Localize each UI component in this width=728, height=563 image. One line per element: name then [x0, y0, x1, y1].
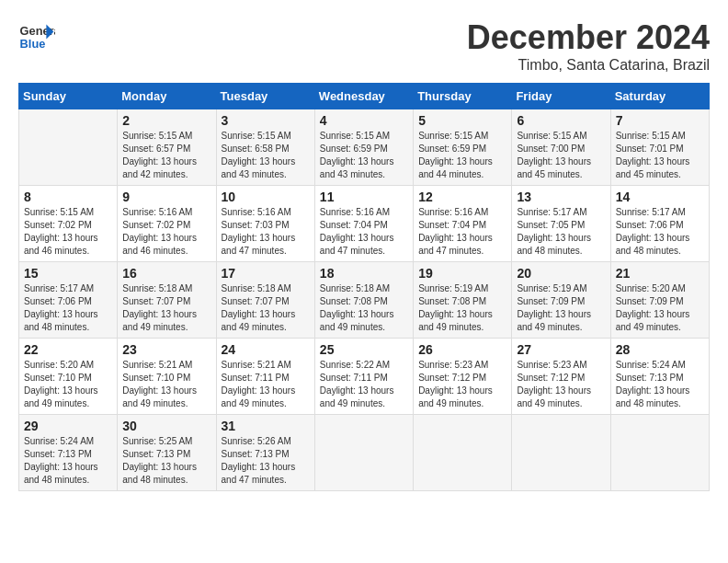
- subtitle: Timbo, Santa Catarina, Brazil: [467, 57, 710, 74]
- day-number: 13: [517, 190, 605, 204]
- calendar-cell: [314, 415, 413, 491]
- day-number: 20: [517, 266, 605, 281]
- day-number: 9: [122, 190, 210, 204]
- day-number: 12: [418, 190, 506, 204]
- calendar-cell: 14Sunrise: 5:17 AMSunset: 7:06 PMDayligh…: [610, 186, 709, 262]
- calendar-cell: 26Sunrise: 5:23 AMSunset: 7:12 PMDayligh…: [414, 339, 512, 415]
- day-info: Sunrise: 5:23 AMSunset: 7:12 PMDaylight:…: [517, 359, 605, 410]
- day-info: Sunrise: 5:21 AMSunset: 7:10 PMDaylight:…: [122, 359, 210, 410]
- calendar-header-row: SundayMondayTuesdayWednesdayThursdayFrid…: [19, 84, 710, 109]
- day-number: 3: [222, 113, 310, 128]
- calendar-cell: 31Sunrise: 5:26 AMSunset: 7:13 PMDayligh…: [216, 415, 314, 491]
- day-number: 22: [24, 342, 112, 357]
- day-info: Sunrise: 5:21 AMSunset: 7:11 PMDaylight:…: [222, 359, 310, 410]
- day-info: Sunrise: 5:17 AMSunset: 7:06 PMDaylight:…: [24, 282, 112, 334]
- day-info: Sunrise: 5:20 AMSunset: 7:09 PMDaylight:…: [616, 282, 704, 334]
- logo-icon: General Blue: [18, 18, 55, 55]
- day-info: Sunrise: 5:15 AMSunset: 6:58 PMDaylight:…: [222, 130, 310, 181]
- calendar-cell: 11Sunrise: 5:16 AMSunset: 7:04 PMDayligh…: [314, 186, 413, 262]
- calendar-week-row: 15Sunrise: 5:17 AMSunset: 7:06 PMDayligh…: [19, 262, 710, 339]
- day-info: Sunrise: 5:15 AMSunset: 6:59 PMDaylight:…: [320, 130, 408, 181]
- calendar-cell: 12Sunrise: 5:16 AMSunset: 7:04 PMDayligh…: [414, 186, 512, 262]
- day-info: Sunrise: 5:24 AMSunset: 7:13 PMDaylight:…: [24, 435, 112, 487]
- calendar-cell: 8Sunrise: 5:15 AMSunset: 7:02 PMDaylight…: [19, 186, 118, 262]
- calendar-cell: 4Sunrise: 5:15 AMSunset: 6:59 PMDaylight…: [314, 109, 413, 186]
- calendar-cell: [19, 109, 118, 186]
- calendar-cell: 17Sunrise: 5:18 AMSunset: 7:07 PMDayligh…: [216, 262, 314, 339]
- calendar-cell: 23Sunrise: 5:21 AMSunset: 7:10 PMDayligh…: [118, 339, 216, 415]
- calendar-cell: 13Sunrise: 5:17 AMSunset: 7:05 PMDayligh…: [512, 186, 610, 262]
- day-info: Sunrise: 5:18 AMSunset: 7:07 PMDaylight:…: [122, 282, 210, 334]
- calendar-cell: 20Sunrise: 5:19 AMSunset: 7:09 PMDayligh…: [512, 262, 610, 339]
- day-info: Sunrise: 5:16 AMSunset: 7:02 PMDaylight:…: [122, 206, 210, 258]
- day-number: 15: [24, 266, 112, 281]
- day-number: 25: [320, 342, 408, 357]
- day-info: Sunrise: 5:18 AMSunset: 7:08 PMDaylight:…: [320, 282, 408, 334]
- calendar-cell: 3Sunrise: 5:15 AMSunset: 6:58 PMDaylight…: [216, 109, 314, 186]
- day-number: 5: [418, 113, 506, 128]
- logo: General Blue: [18, 18, 55, 55]
- day-number: 27: [517, 342, 605, 357]
- day-info: Sunrise: 5:15 AMSunset: 6:57 PMDaylight:…: [122, 130, 210, 181]
- day-number: 29: [24, 419, 112, 433]
- day-number: 11: [320, 190, 408, 204]
- calendar-cell: 16Sunrise: 5:18 AMSunset: 7:07 PMDayligh…: [118, 262, 216, 339]
- day-info: Sunrise: 5:17 AMSunset: 7:05 PMDaylight:…: [517, 206, 605, 258]
- calendar-cell: 21Sunrise: 5:20 AMSunset: 7:09 PMDayligh…: [610, 262, 709, 339]
- day-number: 7: [616, 113, 704, 128]
- day-number: 4: [320, 113, 408, 128]
- header-sunday: Sunday: [19, 84, 118, 109]
- header-monday: Monday: [118, 84, 216, 109]
- calendar-cell: 5Sunrise: 5:15 AMSunset: 6:59 PMDaylight…: [414, 109, 512, 186]
- day-number: 17: [222, 266, 310, 281]
- day-info: Sunrise: 5:15 AMSunset: 7:01 PMDaylight:…: [616, 130, 704, 181]
- day-number: 10: [222, 190, 310, 204]
- calendar-week-row: 22Sunrise: 5:20 AMSunset: 7:10 PMDayligh…: [19, 339, 710, 415]
- day-number: 2: [122, 113, 210, 128]
- calendar-cell: 10Sunrise: 5:16 AMSunset: 7:03 PMDayligh…: [216, 186, 314, 262]
- calendar-cell: 24Sunrise: 5:21 AMSunset: 7:11 PMDayligh…: [216, 339, 314, 415]
- day-info: Sunrise: 5:17 AMSunset: 7:06 PMDaylight:…: [616, 206, 704, 258]
- day-info: Sunrise: 5:20 AMSunset: 7:10 PMDaylight:…: [24, 359, 112, 410]
- day-number: 8: [24, 190, 112, 204]
- calendar-week-row: 29Sunrise: 5:24 AMSunset: 7:13 PMDayligh…: [19, 415, 710, 491]
- header-wednesday: Wednesday: [314, 84, 413, 109]
- day-info: Sunrise: 5:19 AMSunset: 7:08 PMDaylight:…: [418, 282, 506, 334]
- day-number: 26: [418, 342, 506, 357]
- calendar-week-row: 8Sunrise: 5:15 AMSunset: 7:02 PMDaylight…: [19, 186, 710, 262]
- calendar-cell: [512, 415, 610, 491]
- calendar-cell: [610, 415, 709, 491]
- calendar-cell: 18Sunrise: 5:18 AMSunset: 7:08 PMDayligh…: [314, 262, 413, 339]
- day-info: Sunrise: 5:16 AMSunset: 7:03 PMDaylight:…: [222, 206, 310, 258]
- calendar-cell: 28Sunrise: 5:24 AMSunset: 7:13 PMDayligh…: [610, 339, 709, 415]
- day-info: Sunrise: 5:15 AMSunset: 7:02 PMDaylight:…: [24, 206, 112, 258]
- day-info: Sunrise: 5:22 AMSunset: 7:11 PMDaylight:…: [320, 359, 408, 410]
- day-number: 23: [122, 342, 210, 357]
- day-number: 24: [222, 342, 310, 357]
- calendar-cell: 9Sunrise: 5:16 AMSunset: 7:02 PMDaylight…: [118, 186, 216, 262]
- day-number: 6: [517, 113, 605, 128]
- calendar-cell: 2Sunrise: 5:15 AMSunset: 6:57 PMDaylight…: [118, 109, 216, 186]
- day-number: 19: [418, 266, 506, 281]
- day-number: 30: [122, 419, 210, 433]
- calendar-week-row: 2Sunrise: 5:15 AMSunset: 6:57 PMDaylight…: [19, 109, 710, 186]
- day-number: 18: [320, 266, 408, 281]
- calendar-cell: 29Sunrise: 5:24 AMSunset: 7:13 PMDayligh…: [19, 415, 118, 491]
- calendar-cell: 6Sunrise: 5:15 AMSunset: 7:00 PMDaylight…: [512, 109, 610, 186]
- day-info: Sunrise: 5:26 AMSunset: 7:13 PMDaylight:…: [222, 435, 310, 487]
- day-info: Sunrise: 5:15 AMSunset: 7:00 PMDaylight:…: [517, 130, 605, 181]
- calendar-cell: 22Sunrise: 5:20 AMSunset: 7:10 PMDayligh…: [19, 339, 118, 415]
- day-info: Sunrise: 5:25 AMSunset: 7:13 PMDaylight:…: [122, 435, 210, 487]
- header-tuesday: Tuesday: [216, 84, 314, 109]
- header-saturday: Saturday: [610, 84, 709, 109]
- day-info: Sunrise: 5:16 AMSunset: 7:04 PMDaylight:…: [418, 206, 506, 258]
- day-number: 16: [122, 266, 210, 281]
- day-number: 28: [616, 342, 704, 357]
- day-number: 21: [616, 266, 704, 281]
- day-info: Sunrise: 5:18 AMSunset: 7:07 PMDaylight:…: [222, 282, 310, 334]
- calendar-cell: [414, 415, 512, 491]
- day-info: Sunrise: 5:15 AMSunset: 6:59 PMDaylight:…: [418, 130, 506, 181]
- day-info: Sunrise: 5:16 AMSunset: 7:04 PMDaylight:…: [320, 206, 408, 258]
- day-number: 14: [616, 190, 704, 204]
- svg-text:Blue: Blue: [20, 37, 46, 51]
